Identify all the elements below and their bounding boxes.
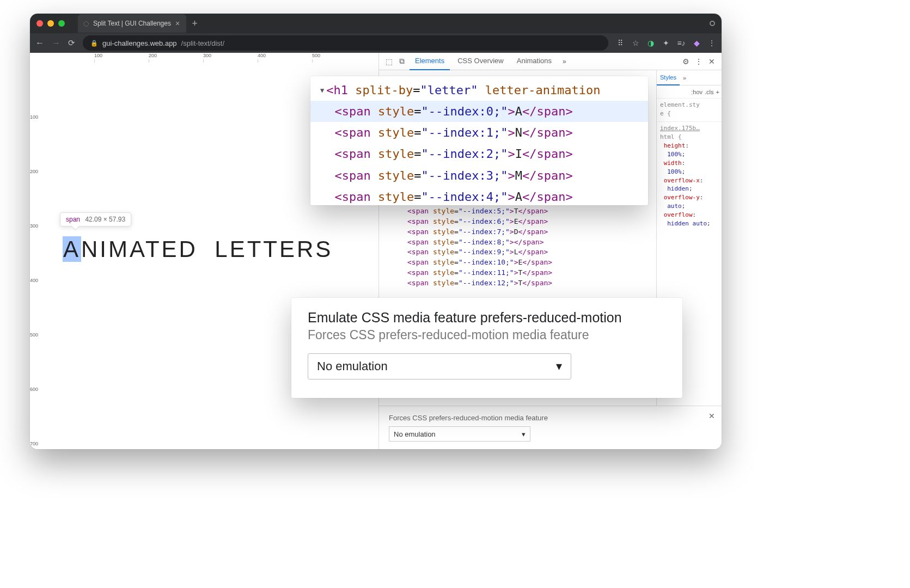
- stylesheet-link[interactable]: index.175b…: [660, 125, 700, 132]
- more-styles-tabs-icon[interactable]: »: [680, 75, 689, 81]
- dom-node[interactable]: <span style="--index:0;">A</span>: [310, 101, 648, 122]
- dom-node[interactable]: <span style="--index:10;">E</span>: [379, 258, 656, 268]
- css-declaration[interactable]: width: 100%;: [660, 159, 718, 176]
- heading-letter: E: [162, 236, 179, 262]
- forward-button[interactable]: →: [52, 38, 60, 48]
- url-input[interactable]: 🔒 gui-challenges.web.app/split-text/dist…: [83, 35, 608, 51]
- titlebar-right: [710, 19, 715, 28]
- reading-list-icon[interactable]: ≡♪: [677, 39, 686, 47]
- heading-letter: L: [215, 236, 229, 262]
- heading-letter: I: [100, 236, 108, 262]
- heading-letter: D: [179, 236, 198, 262]
- ruler-tick: 100: [94, 53, 102, 58]
- minimize-window-icon[interactable]: [47, 20, 54, 27]
- kebab-menu-icon[interactable]: ⋮: [707, 39, 716, 47]
- zoom-drawer-subtitle: Forces CSS prefers-reduced-motion media …: [308, 328, 666, 342]
- url-path: /split-text/dist/: [181, 39, 224, 47]
- tab-styles[interactable]: Styles: [657, 70, 680, 85]
- heading-letter: T: [145, 236, 162, 262]
- css-declaration[interactable]: height: 100%;: [660, 142, 718, 159]
- dom-node[interactable]: <span style="--index:1;">N</span>: [320, 122, 638, 143]
- devtools-close-icon[interactable]: ✕: [706, 57, 717, 66]
- extensions-puzzle-icon[interactable]: ✦: [662, 39, 670, 47]
- heading-letter: T: [263, 236, 279, 262]
- element-style-brace: e {: [660, 110, 671, 117]
- extension-icon[interactable]: ◑: [646, 39, 655, 47]
- heading-letter: S: [315, 236, 333, 262]
- devtools-tab-strip: ⬚ ⧉ Elements CSS Overview Animations » ⚙…: [379, 53, 722, 70]
- dom-node[interactable]: <span style="--index:3;">M</span>: [320, 165, 638, 186]
- css-declaration[interactable]: overflow-y: auto;: [660, 193, 718, 211]
- tooltip-tag: span: [66, 216, 80, 223]
- heading-letter: M: [108, 236, 130, 262]
- tab-elements[interactable]: Elements: [410, 53, 450, 70]
- ruler-tick: 300: [30, 223, 38, 229]
- reduced-motion-select[interactable]: No emulation ▾: [389, 426, 530, 442]
- dom-node[interactable]: <span style="--index:5;">T</span>: [379, 206, 656, 217]
- browser-tab[interactable]: ◌ Split Text | GUI Challenges ×: [78, 14, 186, 33]
- settings-gear-icon[interactable]: ⚙: [680, 57, 691, 66]
- heading-letter: E: [279, 236, 297, 262]
- ruler-tick: 600: [30, 387, 38, 392]
- dom-node[interactable]: <span style="--index:9;">L</span>: [379, 247, 656, 258]
- back-button[interactable]: ←: [35, 38, 44, 48]
- dom-node[interactable]: <span style="--index:11;">T</span>: [379, 268, 656, 278]
- devtools-kebab-icon[interactable]: ⋮: [693, 57, 704, 66]
- heading-letter: E: [230, 236, 247, 262]
- dom-node[interactable]: <span style="--index:2;">I</span>: [320, 143, 638, 164]
- zoom-drawer-title: Emulate CSS media feature prefers-reduce…: [308, 310, 666, 326]
- dom-node[interactable]: <span style="--index:4;">A</span>: [320, 186, 638, 205]
- close-tab-icon[interactable]: ×: [175, 19, 180, 28]
- heading-letter: A: [63, 236, 81, 262]
- url-host: gui-challenges.web.app: [102, 39, 177, 47]
- styles-rules[interactable]: element.sty e { index.175b… html { heigh…: [657, 99, 722, 234]
- ruler-horizontal: 100200300400500: [40, 53, 378, 63]
- ruler-tick: 500: [312, 53, 320, 58]
- dom-node[interactable]: <span style="--index:7;">D</span>: [379, 227, 656, 237]
- ruler-tick: 200: [149, 53, 157, 58]
- new-style-rule-icon[interactable]: +: [716, 89, 719, 95]
- profile-avatar-icon[interactable]: ◆: [692, 39, 701, 47]
- bookmark-star-icon[interactable]: ☆: [631, 39, 640, 47]
- css-declaration[interactable]: overflow: hidden auto;: [660, 211, 718, 228]
- inspect-element-icon[interactable]: ⬚: [383, 57, 394, 66]
- zoom-code-card: ▼<h1 split-by="letter" letter-animation …: [310, 76, 648, 205]
- device-toolbar-icon[interactable]: ⧉: [396, 57, 407, 66]
- tab-animations[interactable]: Animations: [511, 53, 557, 70]
- translate-icon[interactable]: ⠿: [616, 39, 625, 47]
- lock-icon: 🔒: [90, 40, 98, 47]
- dom-node-h1[interactable]: ▼<h1 split-by="letter" letter-animation: [320, 79, 638, 101]
- dom-node[interactable]: <span style="--index:12;">T</span>: [379, 278, 656, 289]
- heading-letter: T: [247, 236, 264, 262]
- css-declaration[interactable]: overflow-x: hidden;: [660, 176, 718, 194]
- select-value: No emulation: [394, 430, 436, 438]
- tab-title: Split Text | GUI Challenges: [93, 20, 171, 27]
- page-heading: ANIMATED LETTERS: [63, 236, 333, 262]
- globe-icon: ◌: [83, 20, 89, 27]
- chevron-down-icon: ▾: [522, 430, 526, 438]
- hov-toggle[interactable]: :hov: [691, 89, 703, 95]
- styles-tab-strip: Styles »: [657, 70, 722, 85]
- tab-css-overview[interactable]: CSS Overview: [452, 53, 509, 70]
- dom-node[interactable]: <span style="--index:6;">E</span>: [379, 217, 656, 227]
- ruler-tick: 200: [30, 169, 38, 174]
- heading-letter: R: [297, 236, 315, 262]
- url-bar: ← → ⟳ 🔒 gui-challenges.web.app/split-tex…: [30, 33, 722, 53]
- close-window-icon[interactable]: [36, 20, 43, 27]
- tooltip-dimensions: 42.09 × 57.93: [85, 216, 125, 223]
- cls-toggle[interactable]: .cls: [705, 89, 714, 95]
- ruler-vertical: 100200300400500600700800: [30, 63, 40, 449]
- styles-filter-row: :hov .cls +: [657, 85, 722, 99]
- drawer-close-icon[interactable]: ✕: [709, 412, 715, 420]
- maximize-window-icon[interactable]: [58, 20, 65, 27]
- element-inspect-tooltip: span 42.09 × 57.93: [60, 212, 131, 226]
- chevron-down-icon: ▾: [556, 359, 562, 373]
- ruler-tick: 300: [203, 53, 211, 58]
- more-tabs-icon[interactable]: »: [559, 58, 570, 65]
- new-tab-button[interactable]: +: [192, 18, 198, 29]
- account-indicator-icon[interactable]: [710, 21, 715, 26]
- zoom-reduced-motion-select[interactable]: No emulation ▾: [308, 353, 571, 379]
- dom-node[interactable]: <span style="--index:8;"></span>: [379, 237, 656, 248]
- reload-button[interactable]: ⟳: [68, 38, 75, 48]
- rendering-drawer: ✕ Forces CSS prefers-reduced-motion medi…: [379, 406, 722, 449]
